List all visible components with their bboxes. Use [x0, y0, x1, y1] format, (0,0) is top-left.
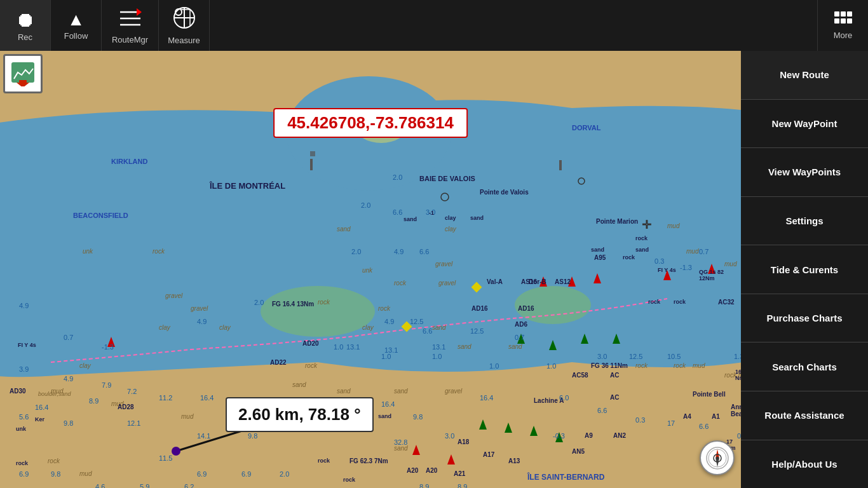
follow-label: Follow [64, 31, 88, 41]
settings-label: Settings [785, 215, 823, 226]
svg-rect-46 [310, 151, 315, 156]
routemgr-button[interactable]: RouteMgr [102, 0, 159, 51]
ile-montreal-label: ÎLE DE MONTRÉAL [210, 181, 285, 191]
svg-point-19 [515, 286, 591, 324]
rec-button[interactable]: ⏺ Rec [0, 0, 51, 51]
new-route-button[interactable]: New Route [741, 51, 868, 100]
svg-rect-40 [402, 322, 412, 332]
help-about-button[interactable]: Help/About Us [741, 440, 868, 489]
coordinates-display: 45.426708,-73.786314 [273, 108, 468, 138]
pointe-marion-label: Pointe Marion [596, 218, 638, 225]
measure-label: Measure [168, 36, 200, 45]
svg-marker-23 [107, 337, 115, 347]
svg-marker-35 [479, 419, 487, 430]
follow-button[interactable]: ▲ Follow [51, 0, 102, 51]
svg-marker-51 [17, 83, 29, 86]
svg-marker-24 [539, 276, 547, 287]
svg-point-56 [715, 456, 719, 459]
svg-text:✛: ✛ [642, 219, 651, 231]
new-waypoint-button[interactable]: New WayPoint [741, 100, 868, 149]
pointe-bell-label: Pointe Bell [693, 391, 726, 398]
search-charts-label: Search Charts [772, 362, 837, 372]
routemgr-icon [118, 7, 143, 32]
toolbar: ⏺ Rec ▲ Follow RouteMgr [0, 0, 868, 51]
svg-point-42 [578, 178, 585, 184]
svg-marker-34 [613, 334, 620, 344]
map[interactable]: ✛ POINTE-CLAIRE DORVAL KIRKLAND ÎLE DE M… [0, 51, 741, 488]
svg-rect-45 [310, 159, 313, 170]
svg-marker-37 [530, 426, 538, 436]
svg-rect-14 [841, 18, 846, 24]
svg-marker-28 [708, 264, 715, 274]
view-waypoints-label: View WayPoints [768, 166, 841, 177]
svg-point-18 [261, 286, 375, 337]
svg-rect-50 [19, 80, 27, 83]
new-route-label: New Route [780, 69, 829, 80]
measure-button[interactable]: Measure [159, 0, 210, 51]
svg-marker-27 [663, 270, 671, 280]
svg-rect-10 [834, 11, 839, 17]
more-button[interactable]: More [817, 0, 868, 51]
svg-marker-36 [505, 423, 512, 433]
svg-rect-12 [847, 11, 852, 17]
route-assistance-button[interactable]: Route Assistance [741, 391, 868, 440]
svg-marker-38 [555, 432, 563, 442]
tide-currents-button[interactable]: Tide & Curents [741, 245, 868, 294]
ile-saint-bernard-label: ÎLE SAINT-BERNARD [527, 473, 604, 482]
lachine-a-label: Lachine A [534, 397, 564, 404]
beaconsfield-label: BEACONSFIELD [73, 212, 128, 219]
svg-rect-11 [841, 11, 846, 17]
view-waypoints-button[interactable]: View WayPoints [741, 148, 868, 197]
help-about-label: Help/About Us [771, 459, 837, 470]
routemgr-label: RouteMgr [112, 35, 148, 44]
svg-point-41 [441, 193, 449, 201]
annabelle-beach-label: Annabelle-Beach [731, 403, 741, 417]
download-chart-button[interactable] [3, 54, 43, 93]
svg-marker-26 [593, 273, 601, 283]
search-charts-button[interactable]: Search Charts [741, 342, 868, 391]
svg-rect-15 [847, 18, 852, 24]
settings-button[interactable]: Settings [741, 197, 868, 246]
distance-text: 2.60 km, 78.18 ° [238, 405, 361, 424]
compass-button[interactable] [700, 440, 735, 475]
baie-valois-label: BAIE DE VALOIS [419, 175, 475, 182]
svg-marker-31 [517, 334, 525, 344]
distance-tooltip: 2.60 km, 78.18 ° [226, 397, 374, 432]
svg-marker-25 [568, 276, 576, 287]
new-waypoint-label: New WayPoint [772, 118, 837, 129]
svg-marker-3 [137, 8, 142, 16]
svg-rect-13 [834, 18, 839, 24]
tide-currents-label: Tide & Curents [771, 264, 838, 275]
purchase-charts-button[interactable]: Purchase Charts [741, 294, 868, 343]
route-assistance-label: Route Assistance [764, 410, 844, 421]
svg-rect-47 [559, 160, 562, 170]
follow-icon: ▲ [67, 11, 85, 29]
more-icon [834, 11, 852, 28]
coordinates-text: 45.426708,-73.786314 [287, 113, 454, 132]
dorval-label: DORVAL [572, 124, 600, 132]
kirkland-label: KIRKLAND [111, 158, 147, 165]
svg-marker-33 [581, 334, 588, 344]
rec-label: Rec [18, 32, 32, 42]
sidebar: New Route New WayPoint View WayPoints Se… [741, 51, 868, 488]
more-label: More [834, 30, 853, 40]
purchase-charts-label: Purchase Charts [766, 313, 842, 323]
svg-marker-29 [412, 445, 420, 455]
measure-icon [172, 6, 196, 33]
svg-marker-32 [549, 340, 557, 350]
pointe-valois-label: Pointe de Valois [480, 189, 529, 196]
rec-icon: ⏺ [15, 10, 36, 30]
svg-marker-30 [447, 454, 455, 464]
svg-point-21 [172, 447, 180, 456]
svg-rect-39 [471, 282, 482, 293]
